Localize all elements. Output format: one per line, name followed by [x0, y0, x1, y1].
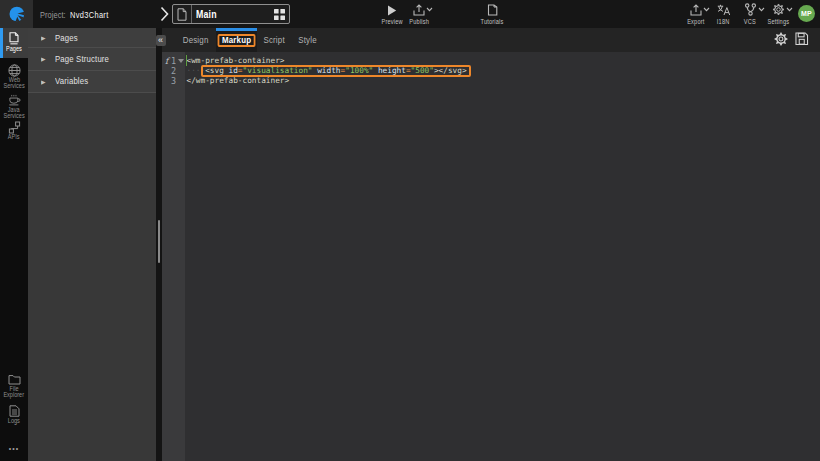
tutorials-button[interactable]: Tutorials — [474, 2, 510, 25]
sidebar-item-file-explorer[interactable]: File Explorer — [0, 373, 28, 398]
sidebar-item-web-services[interactable]: Web Services — [0, 64, 28, 89]
tab-label: Script — [263, 35, 284, 45]
panel-section-label: Pages — [55, 33, 78, 43]
vcs-label: VCS — [744, 18, 756, 25]
sidebar-item-apis[interactable]: APIs — [0, 121, 28, 140]
markup-tab-annotation: Markup — [217, 34, 255, 47]
breadcrumb-chevron-icon — [160, 6, 169, 26]
settings-label: Settings — [767, 18, 789, 25]
settings-caret-icon — [786, 0, 793, 16]
publish-caret-icon — [426, 0, 433, 16]
tab-label: Style — [299, 35, 317, 45]
globe-icon — [8, 64, 21, 76]
section-caret-icon: ▶ — [41, 78, 46, 84]
page-selector[interactable]: Main — [172, 4, 290, 24]
page-grid-icon[interactable] — [274, 9, 285, 20]
code-background[interactable] — [185, 52, 820, 461]
code-token-tag: <wm-prefab-container> — [187, 56, 285, 65]
pages-panel: ▶ Pages ▶ Page Structure ▶ Variables — [28, 28, 156, 461]
sidebar-item-label: APIs — [8, 134, 20, 140]
sidebar-item-label: Pages — [6, 46, 22, 52]
play-icon — [387, 2, 397, 16]
code-line2-annotation — [201, 65, 471, 78]
panel-section-page-structure[interactable]: ▶ Page Structure — [28, 48, 156, 71]
publish-label: Publish — [409, 18, 429, 25]
tutorials-icon — [487, 2, 498, 16]
vcs-icon — [744, 2, 757, 16]
export-icon — [690, 2, 702, 16]
top-bar: Project: Nvd3Chart Main Preview — [0, 0, 820, 28]
line-number: 2 — [162, 66, 176, 76]
sidebar-item-label: Explorer — [4, 392, 25, 398]
tab-markup[interactable]: Markup — [216, 28, 257, 52]
panel-section-variables[interactable]: ▶ Variables — [28, 71, 156, 94]
editor-tab-bar: Design Markup Script Style — [162, 28, 820, 52]
page-doc-icon[interactable] — [173, 5, 192, 23]
sidebar-item-label: Logs — [8, 418, 20, 424]
project-name: Nvd3Chart — [70, 9, 109, 20]
save-icon — [795, 32, 809, 46]
folder-icon — [8, 373, 21, 385]
preview-label: Preview — [381, 18, 402, 25]
panel-section-label: Variables — [55, 76, 88, 86]
text-cursor — [186, 55, 187, 66]
sidebar-more-button[interactable]: ••• — [0, 445, 28, 452]
settings-button[interactable]: Settings — [760, 2, 796, 25]
sidebar-item-label: Services — [3, 113, 24, 119]
markup-editor: Design Markup Script Style — [162, 28, 820, 461]
i18n-icon — [717, 2, 730, 16]
line-number: 1 — [162, 56, 176, 66]
fold-arrow-icon[interactable] — [178, 59, 184, 63]
pages-icon — [8, 33, 20, 45]
tutorials-label: Tutorials — [481, 18, 504, 25]
left-icon-sidebar: Pages Web Services Java Se — [0, 28, 28, 461]
project-breadcrumb: Project: Nvd3Chart — [40, 0, 119, 28]
export-label: Export — [687, 18, 704, 25]
active-item-indicator — [0, 28, 3, 58]
code-token-tag: </wm-prefab-container> — [187, 76, 290, 85]
sidebar-item-pages[interactable]: Pages — [0, 28, 28, 58]
apis-icon — [8, 121, 21, 133]
panel-collapse-button[interactable]: « — [156, 35, 166, 46]
line-number: 3 — [162, 76, 176, 86]
wavemaker-studio-window: Project: Nvd3Chart Main Preview — [0, 0, 820, 461]
gear-icon — [774, 32, 788, 46]
tab-label: Design — [183, 35, 209, 45]
tab-style[interactable]: Style — [292, 28, 325, 52]
tab-label: Markup — [222, 35, 251, 45]
tab-design[interactable]: Design — [176, 28, 216, 52]
panel-section-label: Page Structure — [55, 54, 109, 64]
save-button[interactable] — [795, 32, 809, 46]
app-logo[interactable] — [0, 0, 33, 28]
publish-icon — [413, 2, 425, 16]
panel-section-pages[interactable]: ▶ Pages — [28, 28, 156, 48]
current-page-name: Main — [196, 9, 217, 20]
editor-gutter: f 1 2 3 — [162, 52, 185, 461]
section-caret-icon: ▶ — [41, 56, 46, 62]
publish-button[interactable]: Publish — [401, 2, 437, 25]
panel-scrollbar-thumb[interactable] — [158, 220, 161, 263]
code-line-3[interactable]: </wm-prefab-container> — [185, 76, 467, 86]
editor-settings-button[interactable] — [774, 32, 788, 46]
coffee-cup-icon — [8, 94, 21, 106]
sidebar-item-java-services[interactable]: Java Services — [0, 94, 28, 119]
sidebar-item-logs[interactable]: Logs — [0, 405, 28, 424]
settings-gear-icon — [772, 2, 785, 16]
section-caret-icon: ▶ — [41, 34, 46, 40]
user-avatar[interactable]: MP — [798, 5, 815, 22]
tab-script[interactable]: Script — [257, 28, 292, 52]
active-tab-indicator — [216, 28, 257, 31]
wavemaker-logo-icon — [8, 5, 26, 23]
sidebar-item-label: Services — [3, 83, 24, 89]
project-label: Project: — [40, 9, 66, 20]
logs-icon — [9, 405, 20, 417]
i18n-label: I18N — [717, 18, 730, 25]
